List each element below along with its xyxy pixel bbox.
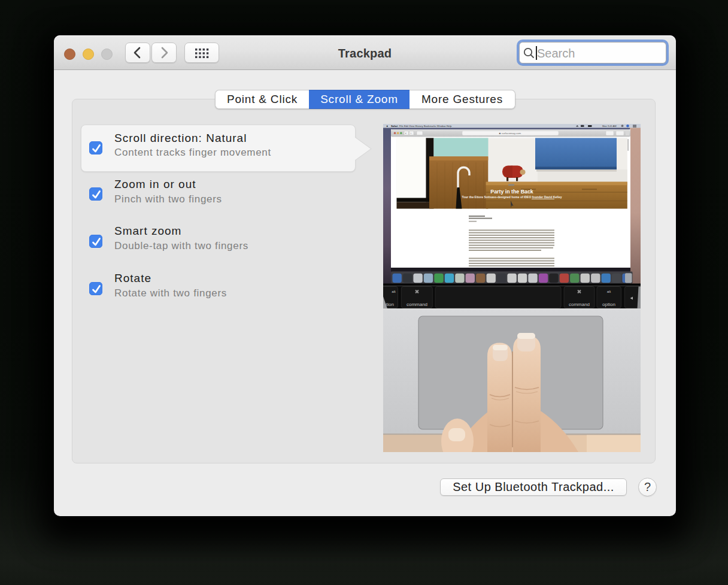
svg-text:Safari: Safari xyxy=(391,125,398,128)
svg-text:›: › xyxy=(410,131,411,135)
svg-text:alt: alt xyxy=(607,289,611,293)
svg-text:Party in the Back: Party in the Back xyxy=(490,189,533,195)
svg-text:option: option xyxy=(602,302,615,307)
svg-text:command: command xyxy=(569,302,590,307)
svg-text:Mon 9:41 AM: Mon 9:41 AM xyxy=(602,125,617,128)
svg-text:File Edit View History Boo: File Edit View History Bookmarks Window … xyxy=(399,125,452,128)
svg-text:alt: alt xyxy=(392,289,396,293)
svg-text:Tour the Ettore Sottsass-desig: Tour the Ettore Sottsass-designed home o… xyxy=(462,195,562,199)
svg-text:‹: ‹ xyxy=(405,131,407,135)
svg-text:■ surfacemag.com: ■ surfacemag.com xyxy=(499,132,521,135)
svg-text:command: command xyxy=(407,302,427,307)
svg-text:●: ● xyxy=(386,124,388,128)
